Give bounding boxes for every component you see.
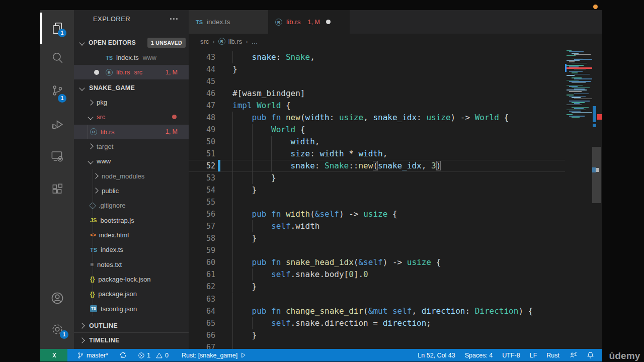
line-number[interactable]: 62 — [189, 281, 215, 293]
line-number[interactable]: 66 — [189, 329, 215, 341]
line-number[interactable]: 52 — [189, 160, 215, 172]
encoding[interactable]: UTF-8 — [502, 352, 520, 359]
code-line-64[interactable]: 64 pub fn change_snake_dir(&mut self, di… — [189, 305, 565, 317]
line-number[interactable]: 55 — [189, 196, 215, 208]
code-editor[interactable]: 43 snake: Snake,44}4546#[wasm_bindgen]47… — [189, 49, 602, 349]
code-line-58[interactable]: 58 } — [189, 232, 565, 244]
scrollbar-thumb[interactable] — [592, 147, 601, 203]
code-line-60[interactable]: 60 pub fn snake_head_idx(&self) -> usize… — [189, 256, 565, 268]
more-actions-icon[interactable] — [170, 18, 178, 20]
tree-item-bootstrap.js[interactable]: JSbootstrap.js — [74, 213, 189, 228]
tree-item-target[interactable]: target — [74, 139, 189, 154]
code-line-55[interactable]: 55 — [189, 196, 565, 208]
scrollbar[interactable] — [592, 49, 602, 349]
language-mode[interactable]: Rust — [546, 352, 559, 359]
line-number[interactable]: 49 — [189, 124, 215, 136]
tree-item-tsconfig.json[interactable]: TStsconfig.json — [74, 302, 189, 316]
run-debug-icon[interactable] — [40, 112, 74, 136]
code-line-48[interactable]: 48 pub fn new(width: usize, snake_idx: u… — [189, 112, 565, 124]
line-number[interactable]: 61 — [189, 268, 215, 281]
feedback-icon[interactable] — [569, 351, 577, 359]
line-number[interactable]: 44 — [189, 63, 215, 75]
cursor-position[interactable]: Ln 52, Col 43 — [418, 352, 455, 359]
code-line-54[interactable]: 54 } — [189, 184, 565, 196]
line-number[interactable]: 48 — [189, 112, 215, 124]
breadcrumb-src[interactable]: src — [200, 38, 209, 45]
code-line-57[interactable]: 57 self.width — [189, 220, 565, 232]
notifications-bell-icon[interactable] — [587, 351, 594, 359]
sync-changes-item[interactable] — [119, 351, 127, 359]
source-control-icon[interactable] — [40, 78, 74, 103]
git-branch-item[interactable]: master* — [77, 352, 108, 359]
breadcrumb-symbol[interactable]: … — [251, 38, 258, 45]
tree-item-package-lock.json[interactable]: {}package-lock.json — [74, 272, 189, 287]
tree-item-src[interactable]: src — [74, 110, 189, 124]
tree-item-index.html[interactable]: <>index.html — [74, 228, 189, 242]
remote-indicator[interactable] — [40, 349, 67, 361]
line-number[interactable]: 64 — [189, 305, 215, 317]
line-number[interactable]: 47 — [189, 100, 215, 112]
line-number[interactable]: 60 — [189, 256, 215, 268]
remote-explorer-icon[interactable] — [40, 144, 74, 168]
line-number[interactable]: 43 — [189, 51, 215, 63]
open-editor-lib.rs[interactable]: Rlib.rssrc1, M — [74, 65, 189, 79]
code-line-67[interactable]: 67 — [189, 341, 565, 349]
tree-item-pkg[interactable]: pkg — [74, 95, 189, 110]
code-line-61[interactable]: 61 self.snake.body[0].0 — [189, 268, 565, 281]
line-number[interactable]: 56 — [189, 208, 215, 220]
open-editor-index.ts[interactable]: TSindex.tswww — [74, 50, 189, 65]
indentation[interactable]: Spaces: 4 — [465, 352, 493, 359]
line-number[interactable]: 46 — [189, 87, 215, 100]
code-line-43[interactable]: 43 snake: Snake, — [189, 51, 565, 63]
line-number[interactable]: 54 — [189, 184, 215, 196]
extensions-icon[interactable] — [40, 177, 74, 202]
tree-item-index.ts[interactable]: TSindex.ts — [74, 242, 189, 257]
code-line-47[interactable]: 47impl World { — [189, 100, 565, 112]
code-line-63[interactable]: 63 — [189, 293, 565, 305]
tree-item-public[interactable]: public — [74, 184, 189, 198]
code-line-46[interactable]: 46#[wasm_bindgen] — [189, 87, 565, 100]
line-number[interactable]: 57 — [189, 220, 215, 232]
code-line-45[interactable]: 45 — [189, 75, 565, 87]
tree-item-node_modules[interactable]: node_modules — [74, 169, 189, 184]
minimap[interactable] — [565, 49, 592, 349]
line-number[interactable]: 65 — [189, 317, 215, 329]
code-line-49[interactable]: 49 World { — [189, 124, 565, 136]
code-line-44[interactable]: 44} — [189, 63, 565, 75]
timeline-section[interactable]: TIMELINE — [74, 332, 189, 347]
line-number[interactable]: 51 — [189, 148, 215, 160]
breadcrumb-file[interactable]: lib.rs — [228, 38, 242, 45]
open-editors-header[interactable]: OPEN EDITORS 1 UNSAVED — [74, 37, 189, 48]
settings-gear-icon[interactable] — [40, 317, 74, 341]
tree-item-.gitignore[interactable]: .gitignore — [74, 198, 189, 213]
code-line-59[interactable]: 59 — [189, 244, 565, 256]
project-root-header[interactable]: SNAKE_GAME — [74, 80, 189, 95]
outline-section[interactable]: OUTLINE — [74, 318, 189, 333]
code-line-62[interactable]: 62 } — [189, 281, 565, 293]
code-line-51[interactable]: 51 size: width * width, — [189, 148, 565, 160]
line-number[interactable]: 59 — [189, 244, 215, 256]
tree-item-notes.txt[interactable]: ≡notes.txt — [74, 257, 189, 272]
line-number[interactable]: 53 — [189, 172, 215, 184]
explorer-icon[interactable] — [40, 16, 74, 40]
task-item[interactable]: Rust: [snake_game] — [182, 352, 247, 359]
tab-index-ts[interactable]: TS index.ts — [189, 10, 268, 34]
eol-sequence[interactable]: LF — [530, 352, 537, 359]
code-line-66[interactable]: 66 } — [189, 329, 565, 341]
unsaved-dot-icon[interactable] — [326, 20, 331, 24]
line-number[interactable]: 58 — [189, 232, 215, 244]
code-line-50[interactable]: 50 width, — [189, 136, 565, 148]
code-line-65[interactable]: 65 self.snake.direction = direction; — [189, 317, 565, 329]
code-line-52[interactable]: 52 snake: Snake::new(snake_idx, 3) — [189, 160, 565, 172]
tree-item-www[interactable]: www — [74, 154, 189, 168]
search-icon[interactable] — [40, 46, 74, 70]
tree-item-package.json[interactable]: {}package.json — [74, 287, 189, 301]
tree-item-lib.rs[interactable]: Rlib.rs1, M — [74, 125, 189, 139]
account-icon[interactable] — [40, 286, 74, 310]
line-number[interactable]: 45 — [189, 75, 215, 87]
tab-lib-rs[interactable]: R lib.rs 1, M — [268, 10, 350, 34]
line-number[interactable]: 63 — [189, 293, 215, 305]
code-line-56[interactable]: 56 pub fn width(&self) -> usize { — [189, 208, 565, 220]
line-number[interactable]: 67 — [189, 341, 215, 349]
code-line-53[interactable]: 53 } — [189, 172, 565, 184]
